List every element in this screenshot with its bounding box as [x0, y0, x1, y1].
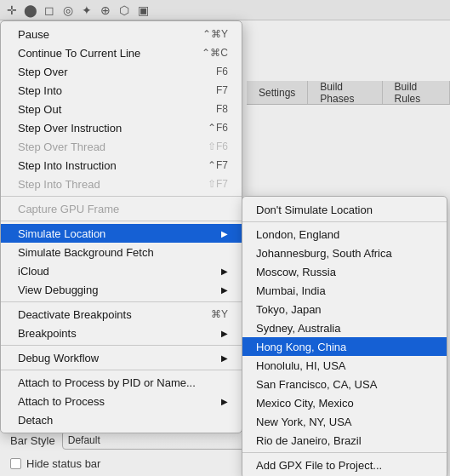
submenu-item-no-simulate[interactable]: Don't Simulate Location: [242, 200, 447, 219]
submenu-item-mumbai[interactable]: Mumbai, India: [242, 281, 447, 300]
separator-5: [1, 370, 242, 370]
toolbar-icon-plus[interactable]: ✛: [3, 2, 20, 19]
menu-item-view-debugging[interactable]: View Debugging ▶: [1, 280, 242, 299]
submenu-item-sydney[interactable]: Sydney, Australia: [242, 318, 447, 337]
menu-item-step-out[interactable]: Step Out F8: [1, 100, 242, 118]
submenu-item-riodejaneiro[interactable]: Rio de Janeiro, Brazil: [242, 431, 447, 450]
toolbar-icon-cross[interactable]: ⊕: [97, 2, 114, 19]
toolbar: ✛ ⬤ ◻ ◎ ✦ ⊕ ⬡ ▣: [0, 0, 450, 20]
tab-build-rules[interactable]: Build Rules: [383, 81, 450, 104]
breakpoints-arrow: ▶: [221, 329, 228, 338]
menu-item-step-into-instruction[interactable]: Step Into Instruction ⌃F7: [1, 156, 242, 175]
tab-settings[interactable]: Settings: [247, 81, 308, 104]
menu-item-step-over[interactable]: Step Over F6: [1, 62, 242, 81]
toolbar-icon-star[interactable]: ✦: [78, 2, 95, 19]
bar-style-label: Bar Style: [10, 434, 55, 447]
menu-item-step-over-thread[interactable]: Step Over Thread ⇧F6: [1, 137, 242, 156]
submenu-item-moscow[interactable]: Moscow, Russia: [242, 262, 447, 281]
toolbar-icon-p[interactable]: ⬤: [22, 2, 39, 19]
toolbar-icon-circle[interactable]: ◎: [60, 2, 77, 19]
checkbox-label-hide-status: Hide status bar: [26, 457, 100, 470]
menu-item-simulate-location[interactable]: Simulate Location ▶: [1, 224, 242, 243]
toolbar-icon-hex[interactable]: ⬡: [116, 2, 133, 19]
menu-item-pause[interactable]: Pause ⌃⌘Y: [1, 25, 242, 43]
menu-item-icloud[interactable]: iCloud ▶: [1, 261, 242, 280]
submenu-arrow: ▶: [221, 229, 228, 238]
submenu-item-johannesburg[interactable]: Johannesburg, South Africa: [242, 244, 447, 262]
submenu-sep-1: [242, 221, 447, 222]
menu-item-attach-process[interactable]: Attach to Process ▶: [1, 392, 242, 410]
submenu-item-tokyo[interactable]: Tokyo, Japan: [242, 300, 447, 318]
separator-3: [1, 301, 242, 302]
menu-item-continue[interactable]: Continue To Current Line ⌃⌘C: [1, 43, 242, 62]
submenu-item-london[interactable]: London, England: [242, 225, 447, 244]
menu-item-step-over-instruction[interactable]: Step Over Instruction ⌃F6: [1, 118, 242, 137]
submenu-item-add-gpx[interactable]: Add GPX File to Project...: [242, 456, 447, 474]
submenu-item-newyork[interactable]: New York, NY, USA: [242, 412, 447, 431]
separator-2: [1, 221, 242, 221]
attach-process-arrow: ▶: [221, 397, 228, 406]
icloud-arrow: ▶: [221, 267, 228, 276]
menu-item-capture-gpu[interactable]: Capture GPU Frame: [1, 199, 242, 218]
submenu-item-mexicocity[interactable]: Mexico City, Mexico: [242, 393, 447, 412]
menu-item-step-into[interactable]: Step Into F7: [1, 81, 242, 100]
menu-item-deactivate-breakpoints[interactable]: Deactivate Breakpoints ⌘Y: [1, 305, 242, 324]
separator-1: [1, 196, 242, 197]
menu-item-debug-workflow[interactable]: Debug Workflow ▶: [1, 348, 242, 367]
debug-menu: Pause ⌃⌘Y Continue To Current Line ⌃⌘C S…: [0, 20, 242, 433]
debug-workflow-arrow: ▶: [221, 353, 228, 363]
checkbox-hide-status[interactable]: [10, 458, 21, 469]
submenu-item-hongkong[interactable]: Hong Kong, China: [242, 337, 447, 356]
menu-item-attach-pid[interactable]: Attach to Process by PID or Name...: [1, 373, 242, 392]
tabs-row: Settings Build Phases Build Rules: [247, 81, 450, 105]
view-debugging-arrow: ▶: [221, 285, 228, 295]
submenu-sep-2: [242, 452, 447, 453]
menu-item-step-into-thread[interactable]: Step Into Thread ⇧F7: [1, 175, 242, 193]
menu-item-simulate-bg-fetch[interactable]: Simulate Background Fetch: [1, 243, 242, 261]
toolbar-icon-d[interactable]: ◻: [41, 2, 58, 19]
menu-item-detach[interactable]: Detach: [1, 410, 242, 429]
simulate-location-submenu: Don't Simulate Location London, England …: [242, 196, 447, 476]
tab-build-phases[interactable]: Build Phases: [308, 81, 382, 104]
menu-item-breakpoints[interactable]: Breakpoints ▶: [1, 324, 242, 342]
submenu-item-honolulu[interactable]: Honolulu, HI, USA: [242, 356, 447, 375]
bar-style-value: Default: [68, 434, 100, 446]
submenu-item-sanfrancisco[interactable]: San Francisco, CA, USA: [242, 375, 447, 393]
toolbar-icon-square[interactable]: ▣: [134, 2, 151, 19]
separator-4: [1, 345, 242, 346]
